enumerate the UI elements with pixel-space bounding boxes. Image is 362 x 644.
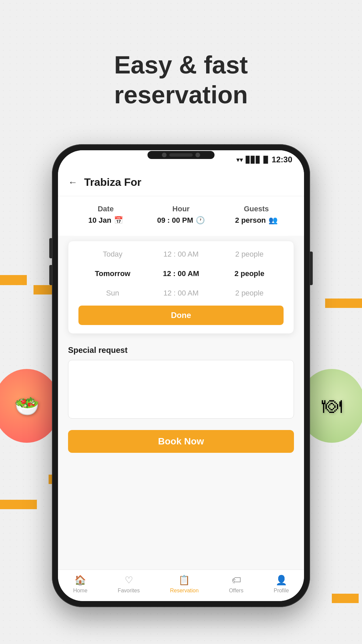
profile-icon: 👤 bbox=[276, 575, 287, 586]
hour-header: Hour bbox=[143, 205, 219, 213]
special-request-label: Special request bbox=[68, 345, 294, 355]
picker-row-sun[interactable]: Sun 12 : 00 AM 2 people bbox=[68, 283, 294, 303]
side-button-left-bottom bbox=[49, 265, 52, 285]
food-image-left: 🥗 bbox=[0, 369, 60, 443]
side-button-left-top bbox=[49, 238, 52, 258]
deco-rect-6 bbox=[332, 594, 359, 603]
nav-reservation-label: Reservation bbox=[170, 588, 198, 594]
page-title: Trabiza For bbox=[84, 176, 141, 189]
wifi-icon: ▾▾ bbox=[236, 156, 243, 164]
battery-icon: ▉ bbox=[263, 156, 268, 164]
guests-header: Guests bbox=[219, 205, 294, 213]
nav-profile[interactable]: 👤 Profile bbox=[274, 575, 289, 594]
picker-today-date: Today bbox=[78, 250, 147, 259]
camera-dot-2 bbox=[195, 153, 200, 157]
phone-frame: ▾▾ ▊▊▊ ▉ 12:30 ← Trabiza For Date Hour bbox=[52, 144, 310, 607]
hour-value-col[interactable]: 09 : 00 PM 🕐 bbox=[143, 216, 219, 225]
picker-today-guests: 2 people bbox=[215, 250, 284, 259]
status-time: 12:30 bbox=[272, 155, 292, 164]
picker-row-today[interactable]: Today 12 : 00 AM 2 people bbox=[68, 245, 294, 264]
speaker-grille bbox=[169, 153, 193, 157]
deco-rect-3 bbox=[325, 299, 362, 308]
guests-icon: 👥 bbox=[268, 216, 278, 225]
status-icons: ▾▾ ▊▊▊ ▉ bbox=[236, 156, 268, 164]
heading-line1: Easy & fast bbox=[114, 51, 248, 79]
time-picker[interactable]: Today 12 : 00 AM 2 people Tomorrow 12 : … bbox=[68, 241, 294, 334]
nav-home[interactable]: 🏠 Home bbox=[73, 575, 87, 594]
date-header: Date bbox=[68, 205, 143, 213]
nav-favorites[interactable]: ♡ Favorites bbox=[118, 575, 140, 594]
selected-date: 10 Jan bbox=[88, 216, 112, 225]
book-button-area: Book Now bbox=[58, 423, 304, 460]
app-scroll-area[interactable]: ← Trabiza For Date Hour Guests 10 Jan 📅 bbox=[58, 169, 304, 570]
deco-rect-1 bbox=[0, 275, 27, 285]
picker-sun-hour: 12 : 00 AM bbox=[147, 289, 215, 298]
picker-sun-guests: 2 people bbox=[215, 289, 284, 298]
nav-offers-label: Offers bbox=[229, 588, 243, 594]
home-icon: 🏠 bbox=[74, 575, 86, 586]
offers-icon: 🏷 bbox=[232, 575, 241, 586]
side-button-right bbox=[310, 252, 313, 285]
picker-tomorrow-guests: 2 people bbox=[215, 269, 284, 278]
guests-value-col[interactable]: 2 person 👥 bbox=[219, 216, 294, 225]
column-values: 10 Jan 📅 09 : 00 PM 🕐 2 person 👥 bbox=[68, 216, 294, 225]
column-headers: Date Hour Guests bbox=[68, 205, 294, 213]
picker-tomorrow-date: Tomorrow bbox=[78, 269, 147, 278]
app-header: ← Trabiza For bbox=[58, 169, 304, 196]
nav-favorites-label: Favorites bbox=[118, 588, 140, 594]
picker-tomorrow-hour: 12 : 00 AM bbox=[147, 269, 215, 278]
deco-rect-5 bbox=[0, 500, 37, 509]
phone-notch bbox=[147, 151, 215, 159]
special-request-input[interactable] bbox=[68, 360, 294, 419]
heading-line2: reservation bbox=[114, 81, 248, 109]
selected-hour: 09 : 00 PM bbox=[157, 216, 193, 225]
nav-reservation[interactable]: 📋 Reservation bbox=[170, 575, 198, 594]
selected-guests: 2 person bbox=[235, 216, 266, 225]
special-request-section: Special request bbox=[58, 339, 304, 423]
book-now-button[interactable]: Book Now bbox=[68, 430, 294, 453]
reservation-icon: 📋 bbox=[178, 575, 190, 586]
picker-row-tomorrow[interactable]: Tomorrow 12 : 00 AM 2 people bbox=[68, 264, 294, 283]
nav-offers[interactable]: 🏷 Offers bbox=[229, 575, 243, 594]
bottom-navigation: 🏠 Home ♡ Favorites 📋 Reservation 🏷 Offer… bbox=[58, 570, 304, 601]
signal-icon: ▊▊▊ bbox=[246, 156, 261, 164]
clock-icon: 🕐 bbox=[196, 216, 205, 225]
nav-profile-label: Profile bbox=[274, 588, 289, 594]
date-value-col[interactable]: 10 Jan 📅 bbox=[68, 216, 143, 225]
heading-area: Easy & fast reservation bbox=[0, 50, 362, 110]
nav-home-label: Home bbox=[73, 588, 87, 594]
heading: Easy & fast reservation bbox=[0, 50, 362, 110]
form-area: Date Hour Guests 10 Jan 📅 09 : 00 PM 🕐 bbox=[58, 196, 304, 236]
favorites-icon: ♡ bbox=[125, 575, 133, 586]
done-button[interactable]: Done bbox=[78, 306, 284, 325]
back-button[interactable]: ← bbox=[68, 177, 77, 188]
calendar-icon: 📅 bbox=[114, 216, 123, 225]
camera-dot bbox=[162, 153, 167, 157]
picker-today-hour: 12 : 00 AM bbox=[147, 250, 215, 259]
picker-sun-date: Sun bbox=[78, 289, 147, 298]
